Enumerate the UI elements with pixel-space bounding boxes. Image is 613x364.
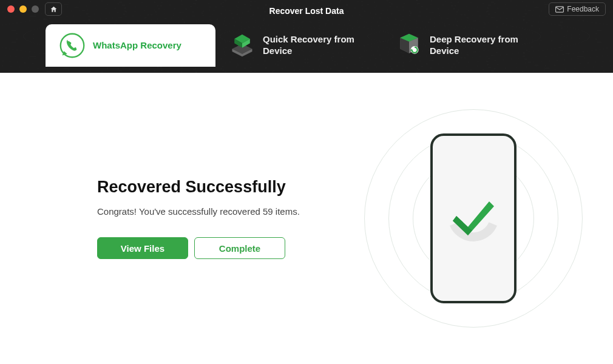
tab-quick-recovery[interactable]: Quick Recovery from Device xyxy=(215,24,382,67)
result-subtext: Congrats! You've successfully recovered … xyxy=(97,206,352,217)
view-files-button[interactable]: View Files xyxy=(97,237,188,259)
main-content: Recovered Successfully Congrats! You've … xyxy=(0,73,613,364)
feedback-button[interactable]: Feedback xyxy=(549,2,606,16)
maximize-window-button[interactable] xyxy=(32,5,39,13)
app-header: Recover Lost Data Feedback WhatsApp Reco… xyxy=(0,0,613,73)
tab-whatsapp-recovery[interactable]: WhatsApp Recovery xyxy=(46,24,215,67)
complete-button[interactable]: Complete xyxy=(194,237,285,259)
checkmark-icon xyxy=(452,200,495,237)
tab-label: WhatsApp Recovery xyxy=(93,40,181,52)
result-text-block: Recovered Successfully Congrats! You've … xyxy=(97,178,352,259)
whatsapp-icon xyxy=(59,32,86,59)
tab-label: Quick Recovery from Device xyxy=(263,34,369,57)
close-window-button[interactable] xyxy=(7,5,15,13)
feedback-label: Feedback xyxy=(567,5,599,13)
titlebar: Recover Lost Data Feedback xyxy=(0,0,613,18)
tab-label: Deep Recovery from Device xyxy=(430,34,536,57)
action-buttons: View Files Complete xyxy=(97,237,352,259)
window-title: Recover Lost Data xyxy=(269,6,344,16)
minimize-window-button[interactable] xyxy=(19,5,27,13)
tab-spacer xyxy=(0,24,46,67)
recovery-tabs: WhatsApp Recovery Quick Recovery from De… xyxy=(0,18,613,67)
window-controls xyxy=(7,5,39,13)
tab-deep-recovery[interactable]: Deep Recovery from Device xyxy=(382,24,549,67)
deep-recovery-icon xyxy=(396,32,422,59)
success-illustration xyxy=(376,121,571,315)
quick-recovery-icon xyxy=(229,32,256,59)
mail-icon xyxy=(555,6,564,13)
home-icon xyxy=(50,5,58,13)
result-heading: Recovered Successfully xyxy=(97,178,352,197)
phone-frame-icon xyxy=(430,133,516,303)
home-button[interactable] xyxy=(45,2,62,16)
